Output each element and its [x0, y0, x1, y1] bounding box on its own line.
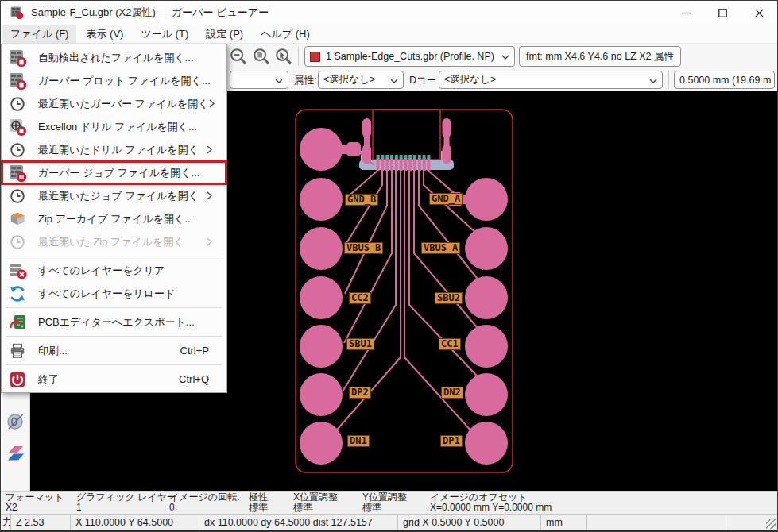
chevron-down-icon	[771, 75, 775, 86]
net-label: VBUS_A	[421, 242, 460, 254]
menu-item-print[interactable]: 印刷... Ctrl+P	[2, 339, 226, 362]
zoom-fit-icon[interactable]	[250, 46, 272, 67]
attribute-dropdown[interactable]: <選択なし>	[318, 71, 404, 89]
net-label: DP2	[349, 387, 371, 399]
layer-select-value: 1 Sample-Edge_Cuts.gbr (Profile, NP)	[326, 51, 494, 62]
gerber-viewer-window: Sample-F_Cu.gbr (X2属性) — ガーバー ビューアー ファイル…	[0, 0, 778, 532]
toolbar-separator	[668, 71, 669, 88]
menu-view[interactable]: 表示 (V)	[78, 25, 131, 44]
net-label: DN2	[441, 387, 463, 399]
chevron-down-icon	[385, 75, 398, 86]
exit-icon	[8, 370, 27, 389]
net-label: DN1	[347, 435, 370, 447]
menu-separator	[6, 336, 222, 337]
chevron-down-icon	[497, 51, 509, 62]
menu-separator	[6, 364, 222, 365]
info-y-justify: Y位置調整標準	[362, 492, 407, 513]
flashed-items-mode-icon[interactable]	[4, 442, 27, 465]
attribute-label: 属性:	[294, 74, 316, 87]
info-graphic-layer: グラフィック レイヤー1	[76, 492, 176, 513]
menu-item-clear-layers[interactable]: すべてのレイヤーをクリア	[2, 259, 226, 282]
status-zoom: Z 2.53	[11, 515, 71, 530]
status-units: mm	[541, 515, 587, 530]
gerber-job-icon	[8, 164, 27, 183]
menu-item-open-zip[interactable]: Zip アーカイブ ファイルを開く...	[2, 207, 226, 230]
submenu-chevron-icon	[207, 237, 220, 246]
menu-preferences[interactable]: 設定 (P)	[198, 25, 251, 44]
attribute-value: <選択なし>	[323, 73, 375, 87]
close-button[interactable]	[741, 1, 777, 25]
drill-file-icon	[8, 118, 27, 137]
zoom-selection-icon[interactable]	[273, 46, 294, 67]
net-label: DP1	[440, 435, 463, 447]
menu-item-recent-job[interactable]: 最近開いたジョブ ファイルを開く	[2, 184, 226, 207]
dcode-visibility-icon[interactable]	[4, 411, 27, 433]
menu-item-reload-layers[interactable]: すべてのレイヤーをリロード	[2, 282, 226, 305]
connector-cutout-outline	[373, 110, 440, 160]
submenu-chevron-icon	[207, 191, 220, 200]
toolbar-separator	[298, 47, 299, 66]
minimize-button[interactable]	[668, 1, 704, 25]
gerber-files-icon	[8, 48, 27, 67]
net-label: GND_B	[345, 194, 378, 206]
status-relative-position: dx 110.0000 dy 64.5000 dist 127.5157	[199, 515, 398, 530]
app-icon	[10, 6, 24, 20]
menu-file[interactable]: ファイル (F)	[2, 25, 76, 44]
dcode-value: <選択なし>	[444, 73, 496, 87]
net-label: VBUS_B	[344, 242, 383, 254]
submenu-chevron-icon	[207, 145, 220, 154]
menu-shortcut: Ctrl+P	[180, 345, 220, 357]
status-bar: 力 Z 2.53 X 110.0000 Y 64.5000 dx 110.000…	[1, 514, 777, 531]
zoom-out-icon[interactable]	[227, 46, 249, 67]
menu-tools[interactable]: ツール (T)	[133, 25, 196, 44]
net-label: GND_A	[429, 193, 463, 205]
dcode-dropdown[interactable]: <選択なし>	[439, 71, 663, 89]
menu-separator	[6, 307, 222, 308]
file-menu-popup: 自動検出されたファイルを開く... ガーバー プロット ファイルを開く... 最…	[1, 44, 227, 393]
component-dropdown[interactable]	[230, 71, 288, 89]
clear-layers-icon	[8, 261, 27, 280]
resize-grip[interactable]	[766, 519, 776, 529]
clock-icon	[8, 141, 27, 160]
chevron-down-icon	[270, 75, 283, 86]
menu-item-recent-drill[interactable]: 最近開いたドリル ファイルを開く	[2, 138, 226, 161]
print-icon	[8, 341, 27, 360]
info-image-rotation: イメージの回転.0	[169, 492, 239, 513]
grid-size-value: 0.5000 mm (19.69 m	[679, 75, 771, 86]
status-hint: 力	[1, 515, 11, 530]
menu-item-quit[interactable]: 終了 Ctrl+Q	[2, 368, 226, 391]
grid-size-dropdown[interactable]: 0.5000 mm (19.69 m	[674, 71, 775, 89]
net-label: CC2	[349, 292, 371, 304]
status-grid: grid X 0.5000 Y 0.5000	[398, 515, 541, 530]
chevron-down-icon	[644, 75, 657, 86]
reload-layers-icon	[8, 284, 27, 303]
menu-shortcut: Ctrl+Q	[179, 373, 220, 385]
toolbar-separator	[5, 438, 25, 438]
title-bar: Sample-F_Cu.gbr (X2属性) — ガーバー ビューアー	[1, 1, 777, 25]
net-label: SBU2	[435, 292, 463, 304]
layer-select-dropdown[interactable]: 1 Sample-Edge_Cuts.gbr (Profile, NP)	[304, 46, 515, 67]
info-image-offset: イメージのオフセットX=0.0000 mm Y=0.0000 mm	[430, 492, 552, 513]
menu-separator	[6, 256, 222, 256]
menu-help[interactable]: ヘルプ (H)	[253, 25, 318, 44]
menu-item-open-gerber-plot[interactable]: ガーバー プロット ファイルを開く...	[2, 69, 226, 92]
net-label: SBU1	[346, 338, 374, 350]
status-cursor-position: X 110.0000 Y 64.5000	[71, 515, 199, 530]
maximize-button[interactable]	[704, 1, 741, 25]
menu-item-recent-gerber[interactable]: 最近開いたガーバー ファイルを開く	[2, 92, 226, 115]
menu-item-export-pcb[interactable]: PCBエディターへエクスポート...	[2, 310, 226, 333]
net-label: CC1	[439, 338, 461, 350]
menu-item-recent-zip: 最近開いた Zip ファイルを開く	[2, 230, 226, 253]
menu-bar: ファイル (F) 表示 (V) ツール (T) 設定 (P) ヘルプ (H)	[1, 25, 777, 44]
info-format: フォーマットX2	[6, 492, 64, 513]
clock-icon	[8, 94, 27, 114]
menu-item-open-gerber-job[interactable]: ガーバー ジョブ ファイルを開く...	[2, 161, 226, 184]
menu-item-open-autodetected[interactable]: 自動検出されたファイルを開く...	[2, 46, 226, 69]
clock-icon	[8, 187, 27, 206]
menu-item-open-excellon[interactable]: Excellon ドリル ファイルを開く...	[2, 115, 226, 138]
layer-info-bar: フォーマットX2 グラフィック レイヤー1 イメージの回転.0 極性標準 X位置…	[1, 491, 777, 514]
window-title: Sample-F_Cu.gbr (X2属性) — ガーバー ビューアー	[31, 6, 269, 20]
gerber-files-icon	[8, 71, 27, 91]
format-info-label: fmt: mm X4.6 Y4.6 no LZ X2 属性	[519, 46, 681, 67]
info-x-justify: X位置調整標準	[293, 492, 338, 513]
